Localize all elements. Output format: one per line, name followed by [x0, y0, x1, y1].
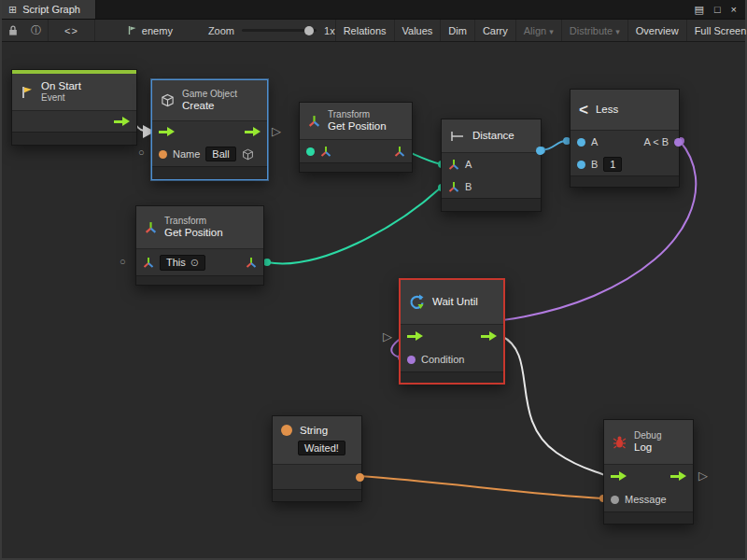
- node-title: Distance: [472, 130, 514, 143]
- zoom-value: 1x: [324, 25, 335, 36]
- node-debug-log[interactable]: Debug Log Message: [603, 419, 694, 525]
- lock-icon[interactable]: [2, 25, 24, 36]
- flow-out-port[interactable]: [481, 331, 497, 341]
- flow-in-port[interactable]: [611, 471, 627, 481]
- position-output-port[interactable]: [246, 257, 257, 268]
- port-a-label: A: [591, 136, 598, 147]
- node-footer: [136, 275, 263, 285]
- wire-waituntil-to-debuglog[interactable]: [501, 336, 604, 475]
- condition-input-port[interactable]: [407, 356, 416, 364]
- b-value-field[interactable]: 1: [603, 157, 622, 172]
- vector-input-port-b[interactable]: [448, 181, 459, 192]
- flow-out-port[interactable]: [114, 117, 130, 126]
- flag-icon: [21, 86, 34, 99]
- node-title: String: [300, 425, 328, 438]
- flow-triangle-icon: ▷: [272, 125, 281, 137]
- node-footer: [152, 166, 267, 179]
- node-footer: [401, 371, 503, 383]
- maximize-icon[interactable]: □: [714, 4, 721, 15]
- node-title: Create: [182, 100, 237, 113]
- wire-string-to-debuglog-message[interactable]: [359, 476, 602, 498]
- carry-button[interactable]: Carry: [474, 20, 515, 41]
- transform-axes-icon: [145, 221, 157, 233]
- node-subtitle: Event: [41, 92, 81, 104]
- edit-source-button[interactable]: <>: [48, 20, 95, 41]
- graph-toolbar: ⓘ <> enemy Zoom 1x Relations Values Dim …: [2, 20, 745, 42]
- graph-canvas[interactable]: On Start Event Game Object Create: [2, 42, 745, 558]
- node-string-literal[interactable]: String Waited!: [272, 415, 362, 502]
- node-wait-until[interactable]: Wait Until Condition: [399, 278, 505, 385]
- transform-input-port[interactable]: [143, 257, 154, 268]
- wire-endpoint: [263, 259, 271, 266]
- zoom-slider[interactable]: [242, 26, 317, 35]
- bug-icon: [613, 435, 627, 449]
- port-a-label: A: [465, 159, 472, 170]
- full-screen-button[interactable]: Full Screen: [686, 20, 747, 41]
- chevron-down-icon: ▾: [549, 27, 554, 36]
- string-output-port[interactable]: [356, 473, 364, 482]
- less-input-port-b[interactable]: [577, 161, 585, 169]
- transform-axes-icon: [320, 146, 331, 157]
- overview-button[interactable]: Overview: [627, 20, 686, 41]
- cube-icon: [161, 93, 175, 107]
- flow-in-port[interactable]: [159, 127, 175, 136]
- cube-icon: [242, 148, 254, 161]
- distribute-dropdown[interactable]: Distribute ▾: [561, 20, 627, 41]
- this-target-field[interactable]: This ⊙: [160, 255, 205, 271]
- less-input-port-a[interactable]: [577, 138, 585, 147]
- flow-triangle-icon: ▷: [383, 330, 392, 343]
- unconnected-port-circle[interactable]: ○: [138, 147, 145, 158]
- wire-getposition2-to-distance-b[interactable]: [267, 188, 441, 263]
- node-footer: [571, 175, 679, 187]
- object-picker-icon[interactable]: ⊙: [190, 257, 199, 269]
- close-icon[interactable]: ×: [731, 4, 737, 15]
- zoom-label: Zoom: [208, 25, 234, 36]
- node-title: Get Position: [328, 120, 387, 133]
- distance-ruler-icon: [450, 131, 465, 142]
- less-output-port[interactable]: [674, 138, 683, 147]
- dim-button[interactable]: Dim: [440, 20, 474, 41]
- node-title: Log: [634, 441, 661, 455]
- node-create-game-object[interactable]: Game Object Create Name Ball: [151, 79, 268, 180]
- align-label: Align: [524, 25, 546, 36]
- position-output-port[interactable]: [394, 146, 405, 157]
- node-get-position-1[interactable]: Transform Get Position: [299, 102, 413, 173]
- flow-triangle-icon: ▷: [698, 469, 708, 482]
- node-category: Transform: [328, 109, 387, 120]
- values-button[interactable]: Values: [394, 20, 441, 41]
- align-dropdown[interactable]: Align ▾: [515, 20, 561, 41]
- graph-pointer-icon: [127, 25, 137, 35]
- port-b-label: B: [591, 159, 598, 170]
- graph-breadcrumb[interactable]: enemy: [127, 25, 173, 36]
- node-on-start[interactable]: On Start Event: [11, 69, 137, 146]
- title-bar: ⊞ Script Graph ▤ □ ×: [2, 0, 745, 20]
- name-field[interactable]: Ball: [205, 147, 235, 161]
- wire-getposition1-to-distance-a[interactable]: [409, 152, 441, 164]
- transform-input-port[interactable]: [306, 147, 315, 156]
- name-input-port[interactable]: [159, 150, 167, 159]
- relations-button[interactable]: Relations: [335, 20, 394, 41]
- flow-out-port[interactable]: [670, 471, 686, 481]
- flow-in-port[interactable]: [407, 331, 423, 341]
- flow-out-port[interactable]: [245, 127, 261, 136]
- wire-distance-to-less-a[interactable]: [542, 141, 566, 150]
- node-less[interactable]: < Less A A < B B 1: [570, 89, 680, 188]
- distance-output-port[interactable]: [536, 147, 544, 155]
- node-title: Less: [596, 104, 618, 117]
- panel-menu-icon[interactable]: ▤: [695, 4, 704, 16]
- result-label: A < B: [643, 136, 669, 147]
- info-icon[interactable]: ⓘ: [24, 23, 48, 37]
- tab-script-graph[interactable]: ⊞ Script Graph: [2, 0, 96, 19]
- message-input-port[interactable]: [611, 496, 619, 504]
- unconnected-port-circle[interactable]: ○: [120, 257, 126, 267]
- node-get-position-2[interactable]: Transform Get Position This ⊙: [135, 205, 264, 286]
- vector-input-port-a[interactable]: [448, 159, 459, 170]
- node-category: Game Object: [182, 89, 237, 100]
- distribute-label: Distribute: [570, 25, 613, 36]
- graph-name: enemy: [142, 25, 173, 36]
- node-title: Get Position: [164, 227, 223, 240]
- string-value-field[interactable]: Waited!: [298, 441, 345, 455]
- string-type-icon: [281, 425, 292, 436]
- zoom-slider-knob[interactable]: [304, 26, 314, 35]
- node-distance[interactable]: Distance A B: [441, 119, 542, 212]
